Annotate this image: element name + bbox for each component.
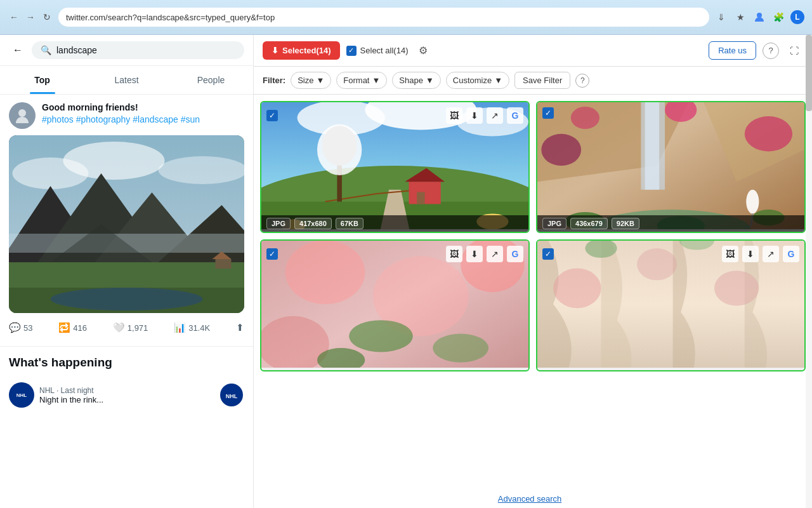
advanced-search-bar: Advanced search — [254, 489, 806, 508]
customize-chevron-icon: ▼ — [494, 76, 502, 85]
star-icon[interactable]: ★ — [733, 10, 747, 24]
user-extension-icon[interactable] — [752, 10, 766, 24]
image-grid: ✓ 🖼 ⬇ ↗ G — [254, 95, 812, 508]
card-1-meta-bar: JPG 417x680 67KB — [261, 215, 528, 232]
format-filter-button[interactable]: Format ▼ — [336, 72, 387, 89]
settings-icon-btn[interactable]: ⚙ — [414, 42, 432, 60]
hashtag-landscape[interactable]: #landscape — [133, 114, 178, 124]
select-all-checkbox[interactable]: ✓ — [346, 46, 357, 56]
search-icon: 🔍 — [41, 45, 51, 55]
back-button[interactable]: ← — [9, 41, 27, 59]
card-2-checkbox[interactable]: ✓ — [542, 107, 554, 119]
retweet-count: 416 — [73, 323, 87, 333]
card-1-view-icon[interactable]: 🖼 — [446, 107, 462, 124]
select-all-label: Select all(14) — [360, 46, 409, 55]
save-filter-button[interactable]: Save Filter — [514, 72, 570, 89]
image-search-topbar: ⬇ Selected(14) ✓ Select all(14) ⚙ Rate u… — [254, 35, 812, 67]
share-icon: ⬆ — [236, 322, 244, 333]
hashtag-photos[interactable]: #photos — [42, 114, 74, 124]
svg-rect-28 — [409, 182, 440, 204]
like-action[interactable]: 🤍 1,971 — [113, 322, 148, 333]
download-icon-btn: ⬇ — [272, 46, 278, 55]
download-icon[interactable]: ⇓ — [714, 10, 728, 24]
card-3-download-icon[interactable]: ⬇ — [466, 246, 483, 262]
hashtag-photography[interactable]: #photography — [76, 114, 131, 124]
card-4-icons: 🖼 ⬇ ↗ G — [722, 246, 799, 262]
address-text: twitter.com/search?q=landscape&src=typed… — [66, 13, 275, 22]
tweet-content: Good morning friends! #photos #photograp… — [42, 102, 244, 126]
tweet-image — [9, 135, 244, 313]
tweet-text: #photos #photography #landscape #sun — [42, 114, 244, 126]
nhl-item[interactable]: NHL NHL · Last night Night in the rink..… — [9, 377, 244, 413]
svg-point-1 — [18, 109, 26, 117]
advanced-search-link[interactable]: Advanced search — [498, 494, 561, 504]
svg-point-13 — [51, 288, 203, 311]
size-filter-button[interactable]: Size ▼ — [291, 72, 331, 89]
views-icon: 📊 — [174, 322, 186, 333]
select-all-wrapper[interactable]: ✓ Select all(14) — [346, 46, 409, 56]
card-4-checkbox[interactable]: ✓ — [542, 248, 554, 260]
svg-text:NHL: NHL — [226, 393, 238, 399]
card-4-view-icon[interactable]: 🖼 — [722, 246, 738, 262]
browser-chrome: ← → ↻ twitter.com/search?q=landscape&src… — [0, 0, 812, 35]
image-card-2[interactable]: ✓ — [536, 101, 806, 233]
share-action[interactable]: ⬆ — [236, 322, 244, 333]
svg-point-5 — [159, 156, 245, 184]
card-1-download-icon[interactable]: ⬇ — [466, 107, 483, 124]
customize-filter-label: Customize — [453, 76, 492, 85]
image-card-4[interactable]: ✓ 🖼 ⬇ ↗ G — [536, 239, 806, 371]
card-1-checkbox[interactable]: ✓ — [266, 110, 278, 121]
retweet-icon: 🔁 — [58, 322, 70, 333]
retweet-action[interactable]: 🔁 416 — [58, 322, 87, 333]
views-action[interactable]: 📊 31.4K — [174, 322, 210, 333]
image-card-1[interactable]: ✓ 🖼 ⬇ ↗ G — [260, 101, 530, 233]
main-area: ← 🔍 Top Latest People — [0, 35, 812, 508]
filter-help-icon[interactable]: ? — [575, 74, 589, 88]
hashtag-sun[interactable]: #sun — [181, 114, 200, 124]
customize-filter-button[interactable]: Customize ▼ — [446, 72, 509, 89]
forward-browser-icon[interactable]: → — [24, 11, 37, 23]
shape-filter-button[interactable]: Shape ▼ — [392, 72, 440, 89]
puzzle-icon[interactable]: 🧩 — [771, 10, 785, 24]
scrollbar-thumb[interactable] — [806, 35, 812, 111]
scrollbar-track[interactable] — [806, 35, 812, 508]
svg-rect-15 — [216, 259, 232, 269]
whats-happening-title: What's happening — [9, 356, 244, 370]
address-bar[interactable]: twitter.com/search?q=landscape&src=typed… — [58, 8, 709, 27]
card-1-google-icon[interactable]: G — [507, 107, 523, 124]
nhl-logo: NHL — [9, 382, 34, 408]
card-2-format-tag: JPG — [542, 218, 566, 229]
nhl-title: Night in the rink... — [39, 395, 214, 404]
svg-point-0 — [757, 13, 762, 18]
card-1-size-tag: 67KB — [336, 218, 363, 229]
selected-button[interactable]: ⬇ Selected(14) — [263, 41, 340, 60]
tab-top[interactable]: Top — [0, 66, 84, 94]
search-input[interactable] — [56, 45, 235, 55]
tweet-actions: 💬 53 🔁 416 🤍 1,971 📊 31.4K ⬆ — [9, 319, 244, 336]
svg-point-4 — [63, 142, 165, 180]
card-2-dimensions-tag: 436x679 — [570, 218, 608, 229]
comment-count: 53 — [23, 323, 32, 333]
refresh-browser-icon[interactable]: ↻ — [41, 11, 53, 23]
profile-avatar[interactable]: L — [790, 10, 804, 24]
nhl-team-logo: NHL — [219, 382, 244, 408]
svg-point-49 — [746, 190, 759, 214]
card-3-external-icon[interactable]: ↗ — [487, 246, 503, 262]
back-browser-icon[interactable]: ← — [8, 11, 20, 23]
tab-people[interactable]: People — [169, 66, 253, 94]
card-4-external-icon[interactable]: ↗ — [763, 246, 779, 262]
card-3-checkbox[interactable]: ✓ — [266, 248, 278, 260]
card-3-google-icon[interactable]: G — [507, 246, 523, 262]
tweet-header: Good morning friends! #photos #photograp… — [9, 102, 244, 129]
expand-button[interactable]: ⛶ — [785, 42, 803, 60]
card-4-download-icon[interactable]: ⬇ — [742, 246, 759, 262]
image-card-3[interactable]: ✓ 🖼 ⬇ ↗ G — [260, 239, 530, 371]
comment-action[interactable]: 💬 53 — [9, 322, 32, 333]
card-3-view-icon[interactable]: 🖼 — [446, 246, 462, 262]
card-4-google-icon[interactable]: G — [783, 246, 799, 262]
tab-latest[interactable]: Latest — [84, 66, 169, 94]
card-1-external-icon[interactable]: ↗ — [487, 107, 503, 124]
card-2-image — [537, 102, 804, 229]
help-button[interactable]: ? — [763, 43, 779, 59]
rate-us-button[interactable]: Rate us — [709, 41, 756, 60]
